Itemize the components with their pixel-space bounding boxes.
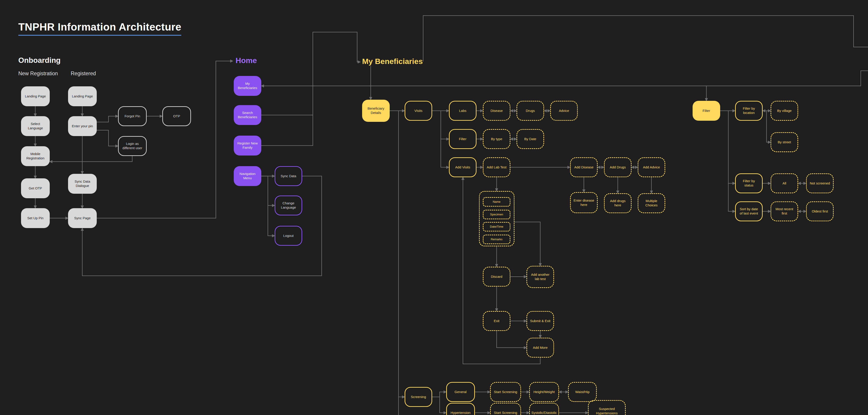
forgot-pin-label: Forgot Pin — [125, 114, 140, 119]
add-lab-test-label: Add Lab Test — [487, 165, 506, 169]
by-village-label: By village — [777, 109, 792, 113]
suspected-hypertensions-node[interactable]: Suspected Hypertensions — [588, 400, 626, 415]
filter-by-location-node[interactable]: Filter by location — [735, 101, 763, 121]
lab-remarks-node[interactable]: Remarks — [483, 235, 510, 244]
set-up-pin-label: Set Up Pin — [27, 216, 43, 220]
connector-18 — [261, 71, 868, 86]
visits-node[interactable]: Visits — [405, 101, 432, 121]
change-language-node[interactable]: Change Language — [275, 195, 302, 215]
filter-by-status-node[interactable]: Filter by status — [735, 173, 763, 193]
systolic-diastolic-node[interactable]: Systolic/Diastolic — [529, 403, 559, 415]
sort-by-date-label: Sort by date of last event — [738, 207, 760, 216]
add-disease-node[interactable]: Add Disease — [570, 157, 598, 177]
set-up-pin-node[interactable]: Set Up Pin — [21, 208, 50, 228]
by-village-node[interactable]: By village — [771, 101, 798, 121]
sync-data-node[interactable]: Sync Data — [275, 166, 302, 186]
exit-node[interactable]: Exit — [483, 311, 510, 331]
by-type-node[interactable]: By type — [483, 129, 510, 149]
drugs-label: Drugs — [526, 109, 535, 113]
landing-page-new-label: Landing Page — [25, 94, 46, 99]
submit-and-exit-label: Submit & Exit — [530, 319, 550, 323]
start-screening-general-node[interactable]: Start Screening — [490, 382, 521, 402]
add-drugs-node[interactable]: Add Drugs — [604, 157, 631, 177]
height-weight-label: Height/Weight — [533, 390, 555, 394]
exit-label: Exit — [494, 319, 499, 323]
waist-hip-label: Waist/Hip — [575, 390, 590, 394]
general-label: General — [455, 390, 467, 394]
systolic-diastolic-label: Systolic/Diastolic — [531, 411, 557, 415]
add-another-lab-test-label: Add another lab test — [529, 273, 551, 281]
enter-your-pin-node[interactable]: Enter your pin — [68, 116, 97, 136]
column-label-new-registration: New Registration — [18, 70, 58, 76]
filter-main-label: Filter — [703, 109, 710, 113]
mobile-registration-node[interactable]: Mobile Registration — [21, 146, 50, 166]
add-advice-node[interactable]: Add Advice — [638, 157, 665, 177]
by-date-label: By Date — [524, 137, 536, 141]
connector-49 — [432, 392, 446, 397]
logout-node[interactable]: Logout — [275, 226, 302, 246]
lab-specimen-node[interactable]: Specimen — [483, 210, 510, 219]
landing-page-registered-node[interactable]: Landing Page — [68, 86, 97, 106]
drugs-node[interactable]: Drugs — [517, 101, 544, 121]
sort-by-date-node[interactable]: Sort by date of last event — [735, 201, 763, 221]
register-new-family-label: Register New Family — [236, 141, 259, 150]
add-lab-test-node[interactable]: Add Lab Test — [483, 157, 510, 177]
add-another-lab-test-node[interactable]: Add another lab test — [526, 266, 554, 288]
column-label-registered: Registered — [71, 70, 96, 76]
beneficiary-details-node[interactable]: Beneficiary Details — [362, 100, 390, 122]
by-type-label: By type — [491, 137, 502, 141]
connector-9 — [97, 130, 118, 146]
lab-name-node[interactable]: Name — [483, 197, 510, 206]
landing-page-registered-label: Landing Page — [72, 94, 93, 99]
discard-node[interactable]: Discard — [483, 267, 510, 287]
lab-date-time-node[interactable]: Date/Time — [483, 222, 510, 231]
get-otp-node[interactable]: Get OTP — [21, 178, 50, 198]
hypertension-node[interactable]: Hypertension — [446, 403, 475, 415]
advice-node[interactable]: Advice — [550, 101, 578, 121]
add-visits-node[interactable]: Add Visits — [449, 157, 476, 177]
disease-node[interactable]: Disease — [483, 101, 510, 121]
navigation-menu-node[interactable]: Navigation Menu — [234, 166, 261, 186]
height-weight-node[interactable]: Height/Weight — [529, 382, 559, 402]
screening-node[interactable]: Screening — [405, 387, 432, 407]
search-beneficiaries-node[interactable]: Search Beneficiaries — [234, 105, 261, 125]
labs-node[interactable]: Labs — [449, 101, 476, 121]
most-recent-first-node[interactable]: Most recent first — [771, 201, 798, 221]
login-as-different-user-node[interactable]: Login as different user — [118, 136, 147, 156]
register-new-family-node[interactable]: Register New Family — [234, 136, 261, 156]
enter-disease-here-node[interactable]: Enter disease here — [570, 192, 598, 213]
not-screened-node[interactable]: Not screened — [806, 173, 834, 193]
forgot-pin-node[interactable]: Forgot Pin — [118, 106, 147, 126]
by-street-node[interactable]: By street — [771, 132, 798, 152]
by-date-node[interactable]: By Date — [517, 129, 544, 149]
my-beneficiaries-node-node[interactable]: My Beneficiaries — [234, 76, 261, 96]
multiple-choices-node[interactable]: Multiple Choices — [638, 193, 665, 213]
add-drugs-here-label: Add drugs here — [607, 199, 629, 208]
lab-date-time-label: Date/Time — [490, 225, 503, 228]
general-node[interactable]: General — [446, 382, 475, 402]
start-screening-hypertension-node[interactable]: Start Screening — [490, 403, 521, 415]
start-screening-general-label: Start Screening — [494, 390, 517, 394]
select-language-node[interactable]: Select Language — [21, 116, 50, 136]
add-drugs-here-node[interactable]: Add drugs here — [604, 193, 631, 213]
sync-data-dialogue-node[interactable]: Sync Data Dialogue — [68, 174, 97, 194]
sync-page-node[interactable]: Sync Page — [68, 208, 97, 228]
filter-visits-label: Filter — [459, 137, 466, 141]
landing-page-new-node[interactable]: Landing Page — [21, 86, 50, 106]
oldest-first-node[interactable]: Oldest first — [806, 201, 834, 221]
navigation-menu-label: Navigation Menu — [236, 172, 259, 180]
waist-hip-node[interactable]: Waist/Hip — [568, 382, 597, 402]
not-screened-label: Not screened — [810, 181, 830, 186]
otp-node[interactable]: OTP — [162, 106, 191, 126]
login-as-different-user-label: Login as different user — [121, 142, 144, 150]
connector-10 — [50, 156, 132, 162]
submit-and-exit-node[interactable]: Submit & Exit — [526, 311, 554, 331]
filter-visits-node[interactable]: Filter — [449, 129, 476, 149]
add-more-label: Add More — [533, 346, 548, 350]
add-more-node[interactable]: Add More — [526, 338, 554, 358]
onboarding-heading: Onboarding — [18, 56, 61, 65]
sync-data-label: Sync Data — [281, 174, 296, 178]
lab-specimen-label: Specimen — [490, 213, 503, 216]
all-node[interactable]: All — [771, 173, 798, 193]
filter-main-node[interactable]: Filter — [692, 101, 720, 121]
